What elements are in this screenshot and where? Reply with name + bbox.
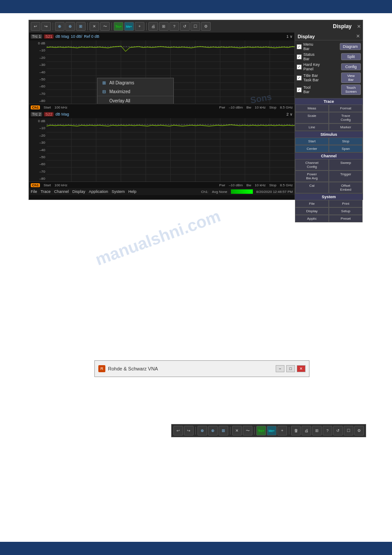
- wave-button[interactable]: 〜: [100, 22, 110, 31]
- mini-zoom-fit[interactable]: ⊕: [198, 426, 207, 435]
- mini-zoom-area[interactable]: ⊞: [219, 426, 228, 435]
- add-button[interactable]: +: [135, 22, 144, 31]
- btn-trigger[interactable]: Trigger: [329, 170, 363, 182]
- s21-label: S21: [44, 34, 54, 39]
- btn-cal[interactable]: Cal: [295, 182, 329, 193]
- mini-refresh[interactable]: ↺: [333, 426, 343, 435]
- btn-span[interactable]: Span: [329, 145, 363, 152]
- mini-undo[interactable]: ↩: [173, 426, 183, 435]
- btn-file[interactable]: File: [295, 200, 329, 207]
- btn-stop[interactable]: Stop: [329, 138, 363, 145]
- btn-diagram[interactable]: Diagram: [340, 43, 361, 50]
- trace2-format: dB Mag: [55, 112, 69, 116]
- mini-me[interactable]: Me+: [267, 426, 277, 435]
- chart1-bw-val: 10 kHz: [255, 105, 266, 109]
- help-button[interactable]: ?: [169, 22, 179, 31]
- print-button[interactable]: 🖨: [148, 22, 158, 31]
- btn-power-bw-avg[interactable]: PowerBw Avg: [295, 170, 329, 182]
- mini-trc[interactable]: Trc+: [256, 426, 266, 435]
- mini-grid[interactable]: ⊞: [312, 426, 322, 435]
- mini-wave[interactable]: 〜: [243, 426, 252, 435]
- mini-delete[interactable]: 🗑: [291, 426, 301, 435]
- menu-application[interactable]: Application: [89, 189, 108, 194]
- btn-format[interactable]: Format: [329, 105, 363, 112]
- cross-button[interactable]: ✕: [90, 22, 99, 31]
- mini-toolbar: ↩ ↪ ⊕ ⊕ ⊞ ✕ 〜 Trc+ Me+ + 🗑 🖨 ⊞ ? ↺ ☐ ⚙: [171, 424, 366, 437]
- checkbox-hardkey[interactable]: [297, 65, 302, 69]
- display-close-x[interactable]: ✕: [356, 33, 360, 39]
- system-file-print-row: File Print: [295, 200, 363, 207]
- popup-minimize-button[interactable]: −: [276, 365, 284, 372]
- redo-button[interactable]: ↪: [41, 22, 51, 31]
- chart2-stop-val: 8.5 GHz: [280, 183, 293, 187]
- bottom-status-timestamp: 8/20/2020 12:46:57 PM: [256, 190, 293, 194]
- menu-display[interactable]: Display: [72, 189, 86, 194]
- zoom-fit-button[interactable]: ⊕: [55, 22, 65, 31]
- popup-maximize-button[interactable]: □: [286, 365, 295, 372]
- popup-close-button[interactable]: ✕: [297, 365, 306, 372]
- mini-settings[interactable]: ⚙: [354, 426, 364, 435]
- btn-marker[interactable]: Marker: [329, 123, 363, 131]
- mini-print[interactable]: 🖨: [302, 426, 311, 435]
- menu-system[interactable]: System: [111, 189, 125, 194]
- checkbox-titlebar[interactable]: [297, 76, 302, 80]
- mini-add[interactable]: +: [277, 426, 287, 435]
- trc-button[interactable]: Trc+: [114, 22, 123, 31]
- checkbox-menubar[interactable]: [297, 44, 302, 49]
- display-panel-header-title: Display: [329, 23, 355, 29]
- menu-help[interactable]: Help: [128, 189, 137, 194]
- btn-center[interactable]: Center: [295, 145, 329, 152]
- settings-button[interactable]: ⚙: [201, 22, 211, 31]
- overlay-icon: [101, 98, 107, 104]
- me-button[interactable]: Me+: [124, 22, 134, 31]
- btn-setup[interactable]: Setup: [329, 207, 363, 215]
- mini-view[interactable]: ☐: [344, 426, 353, 435]
- checkbox-statusbar[interactable]: [297, 54, 302, 59]
- trace1-ch[interactable]: 1 ∨: [286, 34, 293, 39]
- btn-channel-config[interactable]: ChannelConfig: [295, 159, 329, 170]
- btn-preset[interactable]: Preset: [329, 215, 363, 222]
- context-menu[interactable]: ⊞ All Diagrams ⊟ Maximized Overlay All S…: [97, 78, 174, 104]
- btn-display[interactable]: Display: [295, 207, 329, 215]
- system-section: System File Print Display Setup Applic P…: [295, 193, 363, 222]
- btn-config[interactable]: Config: [341, 63, 361, 70]
- ctx-maximized[interactable]: ⊟ Maximized: [97, 87, 173, 96]
- mini-help[interactable]: ?: [323, 426, 332, 435]
- display-close-button[interactable]: ✕: [357, 24, 361, 29]
- trace2-ch[interactable]: 2 ∨: [286, 112, 293, 116]
- btn-line[interactable]: Line: [295, 123, 329, 131]
- btn-split[interactable]: Split: [341, 53, 361, 60]
- btn-trace-config[interactable]: TraceConfig: [329, 112, 363, 123]
- mini-redo[interactable]: ↪: [184, 426, 194, 435]
- btn-offset-embed[interactable]: OffsetEmbed: [329, 182, 363, 193]
- btn-viewbar[interactable]: ViewBar: [341, 73, 361, 83]
- menu-file[interactable]: File: [31, 189, 37, 194]
- btn-touchscreen[interactable]: TouchScreen: [341, 84, 361, 95]
- view-button[interactable]: ☐: [191, 22, 200, 31]
- top-bar: [0, 0, 392, 13]
- ch2-indicator: Ch1: [31, 183, 40, 187]
- menu-channel[interactable]: Channel: [54, 189, 69, 194]
- ctx-all-diagrams[interactable]: ⊞ All Diagrams: [97, 78, 173, 87]
- mini-zoom-in[interactable]: ⊕: [208, 426, 218, 435]
- display-panel: Display ✕ MenuBar Diagram StatusBar Spli…: [295, 33, 363, 200]
- checkbox-toolbar[interactable]: [297, 87, 302, 92]
- zoom-area-button[interactable]: ⊞: [76, 22, 86, 31]
- btn-print[interactable]: Print: [329, 200, 363, 207]
- zoom-in-button[interactable]: ⊕: [65, 22, 75, 31]
- btn-meas[interactable]: Meas: [295, 105, 329, 112]
- chart2-wave: [47, 118, 295, 181]
- grid-button[interactable]: ⊞: [159, 22, 169, 31]
- btn-applic[interactable]: Applic: [295, 215, 329, 222]
- chart1-pwr-val: –10 dBm: [229, 105, 243, 109]
- refresh-button[interactable]: ↺: [180, 22, 190, 31]
- menu-trace[interactable]: Trace: [41, 189, 51, 194]
- btn-sweep[interactable]: Sweep: [329, 159, 363, 170]
- mini-cross[interactable]: ✕: [232, 426, 242, 435]
- ctx-overlay-all[interactable]: Overlay All: [97, 96, 173, 104]
- undo-button[interactable]: ↩: [31, 22, 40, 31]
- btn-start[interactable]: Start: [295, 138, 329, 145]
- popup-title-text: Rohde & Schwarz VNA: [108, 366, 273, 371]
- btn-scale[interactable]: Scale: [295, 112, 329, 123]
- chart2-pwr-label: Pwr: [219, 183, 225, 187]
